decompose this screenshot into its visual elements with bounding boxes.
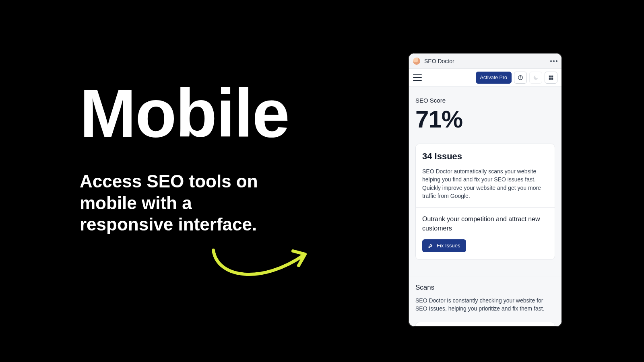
- window-title: SEO Doctor: [424, 58, 454, 64]
- wrench-icon: [428, 243, 433, 249]
- hero-title: Mobile: [80, 80, 289, 147]
- hero-subtitle: Access SEO tools on mobile with a respon…: [80, 171, 289, 235]
- app-body: SEO Score 71% 34 Issues SEO Doctor autom…: [409, 86, 561, 326]
- svg-rect-3: [551, 75, 553, 77]
- more-options-icon[interactable]: [550, 60, 557, 62]
- activate-pro-label: Activate Pro: [480, 75, 507, 80]
- scan-result-card: [415, 322, 555, 326]
- help-button[interactable]: [514, 72, 527, 84]
- svg-rect-5: [551, 78, 553, 80]
- grid-icon: [548, 75, 554, 80]
- svg-rect-2: [549, 75, 551, 77]
- seo-score-value: 71%: [415, 105, 555, 133]
- moon-icon: [533, 75, 539, 80]
- theme-toggle-button[interactable]: [529, 72, 542, 84]
- cta-headline: Outrank your competition and attract new…: [422, 215, 548, 233]
- toolbar: Activate Pro: [409, 69, 561, 86]
- fix-issues-label: Fix Issues: [437, 243, 460, 249]
- help-icon: [518, 75, 523, 80]
- issues-card: 34 Issues SEO Doctor automatically scans…: [415, 144, 555, 260]
- issues-description: SEO Doctor automatically scans your webs…: [422, 167, 548, 200]
- window-titlebar: SEO Doctor: [409, 53, 561, 69]
- mobile-device-frame: SEO Doctor Activate Pro: [409, 53, 562, 327]
- seo-score-label: SEO Score: [415, 97, 555, 104]
- hero: Mobile Access SEO tools on mobile with a…: [80, 80, 289, 235]
- fix-issues-button[interactable]: Fix Issues: [422, 239, 466, 252]
- scans-description: SEO Doctor is constantly checking your w…: [415, 296, 555, 313]
- hamburger-menu-icon[interactable]: [413, 74, 422, 81]
- grid-view-button[interactable]: [545, 72, 557, 84]
- card-divider: [416, 207, 555, 208]
- issues-count-title: 34 Issues: [422, 151, 548, 162]
- svg-point-1: [520, 78, 520, 79]
- arrow-icon: [209, 246, 310, 286]
- activate-pro-button[interactable]: Activate Pro: [476, 72, 512, 84]
- scans-title: Scans: [415, 284, 555, 292]
- app-avatar-icon: [413, 58, 420, 65]
- svg-rect-4: [549, 78, 551, 80]
- section-divider: [409, 276, 561, 276]
